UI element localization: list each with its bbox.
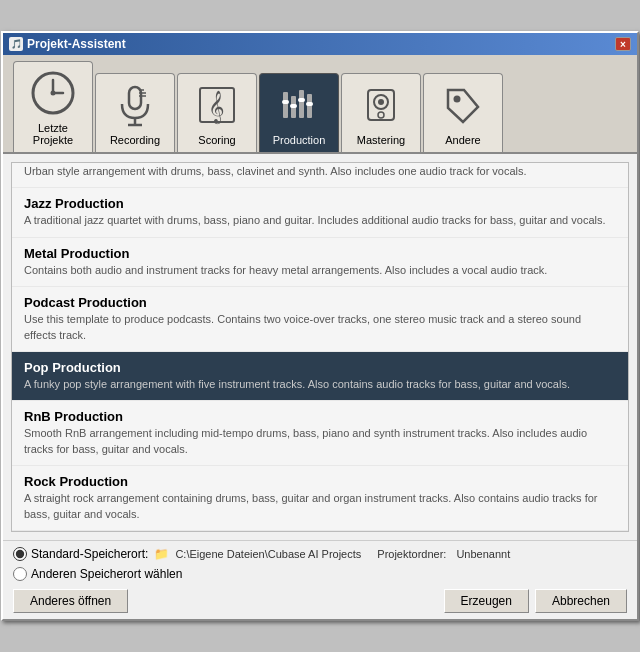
list-item-desc: Urban style arrangement with drums, bass… [24,164,616,179]
list-item-title: Jazz Production [24,196,616,211]
tab-andere[interactable]: Andere [423,73,503,152]
list-item[interactable]: RnB ProductionSmooth RnB arrangement inc… [12,401,628,466]
svg-rect-18 [298,98,305,102]
projekt-value: Unbenannt [456,548,510,560]
folder-icon: 📁 [154,547,169,561]
projekt-label: Projektordner: [377,548,446,560]
list-item-desc: Contains both audio and instrument track… [24,263,616,278]
svg-text:𝄞: 𝄞 [208,90,225,125]
standard-speicherort-option[interactable]: Standard-Speicherort: [13,547,148,561]
button-row: Anderes öffnen Erzeugen Abbrechen [13,589,627,613]
scoring-icon: 𝄞 [192,80,242,130]
svg-rect-17 [290,104,297,108]
svg-point-23 [378,112,384,118]
tabs-container: LetzteProjekte Recording [3,55,637,154]
tab-scoring-label: Scoring [198,134,235,146]
list-item[interactable]: Pop ProductionA funky pop style arrangem… [12,352,628,401]
production-list[interactable]: Hip-Hop ProductionUrban style arrangemen… [12,163,628,531]
list-item-desc: Use this template to produce podcasts. C… [24,312,616,343]
list-item-desc: A funky pop style arrangement with five … [24,377,616,392]
content-area: Hip-Hop ProductionUrban style arrangemen… [11,162,629,532]
standard-radio[interactable] [13,547,27,561]
list-item-title: Pop Production [24,360,616,375]
svg-rect-16 [282,100,289,104]
tab-mastering-label: Mastering [357,134,405,146]
list-item-title: RnB Production [24,409,616,424]
list-item-title: Metal Production [24,246,616,261]
path-text: C:\Eigene Dateien\Cubase AI Projects [175,548,361,560]
svg-rect-14 [299,90,304,118]
titlebar-left: 🎵 Projekt-Assistent [9,37,126,51]
tab-andere-label: Andere [445,134,480,146]
window-title: Projekt-Assistent [27,37,126,51]
tab-recording-label: Recording [110,134,160,146]
tab-letzte-label: LetzteProjekte [33,122,73,146]
clock-icon [28,68,78,118]
create-button[interactable]: Erzeugen [444,589,529,613]
svg-point-3 [51,91,56,96]
tab-scoring[interactable]: 𝄞 Scoring [177,73,257,152]
svg-point-24 [454,96,461,103]
svg-rect-19 [306,102,313,106]
other-location-row: Anderen Speicherort wählen [13,567,627,581]
list-item[interactable]: Podcast ProductionUse this template to p… [12,287,628,352]
main-window: 🎵 Projekt-Assistent × LetzteProjekte [1,31,639,621]
other-label: Anderen Speicherort wählen [31,567,182,581]
titlebar: 🎵 Projekt-Assistent × [3,33,637,55]
svg-point-22 [378,99,384,105]
list-item-desc: Smooth RnB arrangement including mid-tem… [24,426,616,457]
list-item[interactable]: Metal ProductionContains both audio and … [12,238,628,287]
tab-recording[interactable]: Recording [95,73,175,152]
app-icon: 🎵 [9,37,23,51]
tab-letzte[interactable]: LetzteProjekte [13,61,93,152]
list-item[interactable]: Hip-Hop ProductionUrban style arrangemen… [12,163,628,188]
list-item[interactable]: Jazz ProductionA traditional jazz quarte… [12,188,628,237]
list-item-desc: A straight rock arrangement containing d… [24,491,616,522]
tag-icon [438,80,488,130]
list-item-title: Rock Production [24,474,616,489]
microphone-icon [110,80,160,130]
cancel-button[interactable]: Abbrechen [535,589,627,613]
tab-production[interactable]: Production [259,73,339,152]
standard-label: Standard-Speicherort: [31,547,148,561]
other-radio[interactable] [13,567,27,581]
open-button[interactable]: Anderes öffnen [13,589,128,613]
list-item-desc: A traditional jazz quartet with drums, b… [24,213,616,228]
speaker-icon [356,80,406,130]
tab-production-label: Production [273,134,326,146]
other-speicherort-option[interactable]: Anderen Speicherort wählen [13,567,182,581]
svg-rect-12 [283,92,288,118]
list-item[interactable]: Rock ProductionA straight rock arrangeme… [12,466,628,531]
tab-mastering[interactable]: Mastering [341,73,421,152]
save-location-row: Standard-Speicherort: 📁 C:\Eigene Dateie… [13,547,627,561]
footer: Standard-Speicherort: 📁 C:\Eigene Dateie… [3,540,637,619]
right-buttons: Erzeugen Abbrechen [444,589,627,613]
mixer-icon [274,80,324,130]
close-button[interactable]: × [615,37,631,51]
list-item-title: Podcast Production [24,295,616,310]
